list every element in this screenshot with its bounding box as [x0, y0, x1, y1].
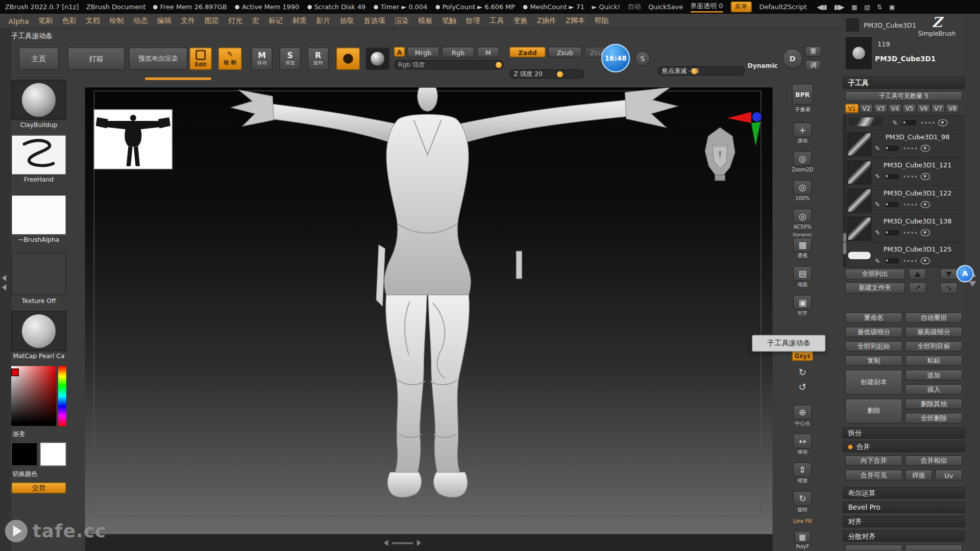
secondary-color-swatch[interactable] [40, 442, 66, 466]
menu-item[interactable]: 帮助 [590, 16, 614, 26]
draw-button[interactable]: ✎ 绘 制 [218, 47, 242, 70]
delete-other-button[interactable]: 删除其他 [905, 398, 963, 409]
m-button[interactable]: M [477, 47, 499, 58]
polypaint-toggle[interactable] [884, 145, 900, 152]
shelf-tool-button[interactable]: ◎ AC50% [793, 203, 812, 231]
lightbox-button[interactable]: 灯箱 [67, 47, 125, 70]
move-into-folder-button[interactable]: ↘ [940, 282, 958, 293]
paint-icon[interactable]: ✎ [875, 257, 880, 264]
orbit-icon[interactable]: ↻ [799, 365, 806, 380]
merge-section-header[interactable]: 合并 [843, 441, 965, 452]
clipped-button[interactable] [845, 545, 903, 551]
menu-item[interactable]: 笔刷 [34, 16, 58, 26]
titlebar-icon[interactable]: ▮▮▶ [833, 4, 845, 10]
slider-knob[interactable] [496, 62, 502, 68]
polypaint-toggle[interactable] [901, 119, 918, 126]
polypaint-toggle[interactable] [884, 257, 900, 264]
shelf-tool-button[interactable]: ⇕ 缩放 [793, 456, 812, 485]
merge-similar-button[interactable]: 合并相似 [905, 456, 963, 466]
titlebar-icon[interactable]: ▣ [888, 4, 895, 10]
eye-icon[interactable] [921, 173, 930, 180]
ui-transparency-slider[interactable]: 界面透明 0 [691, 2, 723, 12]
shelf-tool-button[interactable]: Dynamic ▦ 透视 [793, 231, 812, 260]
brush-thumbnail[interactable] [11, 80, 66, 120]
menu-item[interactable]: Z插件 [532, 16, 561, 26]
zsub-button[interactable]: Zsub [548, 47, 582, 58]
scroll-right-icon[interactable] [417, 540, 422, 546]
sculpt-model[interactable] [85, 87, 773, 534]
move-button[interactable]: M 移动 [251, 47, 273, 70]
polypaint-toggle[interactable] [884, 201, 900, 208]
eye-icon[interactable] [921, 257, 930, 264]
canvas[interactable] [85, 87, 773, 534]
scale-button[interactable]: S 缩放 [279, 47, 301, 70]
scroll-down-icon[interactable] [969, 281, 976, 287]
subtool-tab[interactable]: V8 [946, 104, 960, 113]
main-color-swatch[interactable] [11, 442, 37, 466]
rotate-button[interactable]: R 旋转 [307, 47, 329, 70]
subtool-tab[interactable]: V6 [917, 104, 930, 113]
delete-button[interactable]: 删除 [845, 398, 903, 423]
home-button[interactable]: 主页 [19, 47, 59, 70]
menu-item[interactable]: 模板 [413, 16, 437, 26]
visible-count-slider[interactable]: 子工具可见数量 5 [845, 91, 963, 102]
weld-button[interactable]: 焊接 [905, 470, 933, 481]
scatter-align-section-header[interactable]: 分散对齐 [843, 531, 965, 542]
merge-visible-button[interactable]: 合并可见 [845, 470, 903, 481]
eye-icon[interactable] [921, 145, 930, 152]
current-tool-thumb[interactable] [845, 36, 873, 70]
menu-item[interactable]: 材质 [288, 16, 312, 26]
menu-item[interactable]: 变换 [508, 16, 532, 26]
shelf-tool-button[interactable]: ◎ 100% [793, 173, 812, 202]
paint-icon[interactable]: ✎ [893, 119, 898, 126]
color-chip[interactable]: A [394, 47, 405, 57]
paint-icon[interactable]: ✎ [875, 173, 880, 180]
shelf-tool-button[interactable]: ▣ 对齐 [793, 289, 812, 317]
shelf-tool-button[interactable]: ↔ 移动 [793, 428, 812, 456]
bpr-button[interactable]: BPR [792, 84, 813, 105]
s-button[interactable]: S [635, 51, 650, 66]
shelf-tool-button[interactable]: ◎ Zoom2D [792, 145, 813, 173]
shelf-tool-button[interactable]: ⊕ 中心点 [793, 398, 812, 427]
gradient-label[interactable]: 渐变 [12, 430, 24, 438]
menu-item[interactable]: 宏 [248, 16, 264, 26]
menu-item[interactable]: 灯光 [224, 16, 248, 26]
d-dial-button[interactable]: D [782, 49, 802, 69]
move-out-folder-button[interactable]: ↗ [909, 282, 926, 293]
insert-button[interactable]: 插入 [905, 384, 963, 395]
subtool-tab[interactable]: V3 [874, 104, 888, 113]
edit-button[interactable]: Edit [189, 47, 212, 70]
menu-item[interactable]: 编辑 [152, 16, 176, 26]
preview-boolean-button[interactable]: 预览布尔渲染 [129, 47, 187, 70]
uv-button[interactable]: Uv [935, 470, 963, 481]
stroke-button[interactable] [336, 47, 360, 70]
rgb-intensity-slider[interactable]: Rgb 强度 [394, 60, 504, 69]
subtool-tab[interactable]: V5 [902, 104, 916, 113]
rename-button[interactable]: 重命名 [845, 312, 903, 323]
paint-icon[interactable]: ✎ [875, 201, 880, 208]
axis-gizmo[interactable] [727, 110, 765, 149]
polyf-button[interactable]: ▦ PolyF [794, 529, 811, 551]
subtool-tab[interactable]: V1 [845, 104, 859, 113]
auto-toggle[interactable]: 自动 [628, 3, 641, 11]
shelf-tool-button[interactable]: + 滚动 [793, 116, 812, 145]
rgb-button[interactable]: Rgb [442, 47, 475, 58]
duplicate-button[interactable]: 创建副本 [845, 370, 903, 395]
stroke-thumbnail[interactable] [11, 135, 66, 174]
menu-item[interactable]: 首选项 [359, 16, 390, 26]
all-to-start-button[interactable]: 全部到起始 [845, 341, 903, 352]
line-fill-button[interactable]: Line Fill [793, 514, 812, 529]
switch-color-label[interactable]: 切换颜色 [12, 470, 37, 479]
menu-item[interactable]: Alpha [4, 16, 33, 25]
auto-reorder-button[interactable]: 自动重排 [905, 312, 963, 323]
copy-button[interactable]: 复制 [845, 356, 903, 366]
menu-item[interactable]: 工具 [485, 16, 509, 26]
menu-item[interactable]: 动态 [129, 16, 153, 26]
boolean-section-header[interactable]: 布尔运算 [843, 487, 965, 498]
texture-thumbnail[interactable] [11, 253, 66, 295]
menu-item[interactable]: 纹理 [461, 16, 485, 26]
edge-button-bottom[interactable]: 调 [805, 60, 821, 71]
z-intensity-slider[interactable]: Z 强度 20 [509, 69, 584, 79]
tray-collapse-arrows[interactable] [2, 275, 7, 291]
subtool-row[interactable]: PM3D_Cube3D1_121 ✎ [843, 158, 965, 186]
